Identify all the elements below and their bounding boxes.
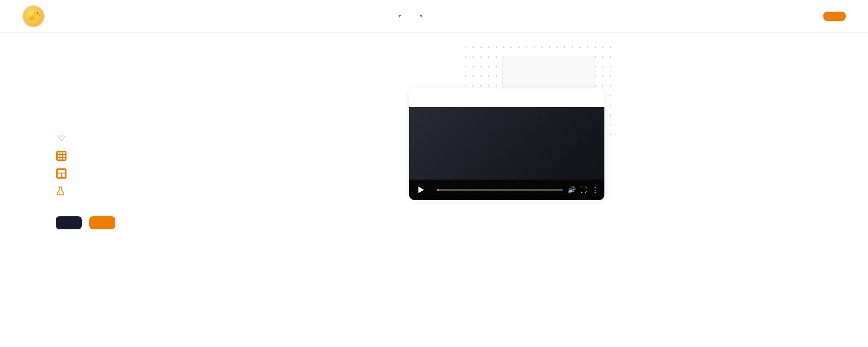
dot — [480, 47, 482, 48]
dot — [496, 47, 497, 48]
dot — [480, 85, 482, 87]
nav-developers[interactable] — [450, 13, 463, 20]
header-actions — [803, 12, 846, 21]
dot — [488, 66, 489, 67]
nav-explore[interactable]: ▾ — [411, 9, 429, 23]
dot — [564, 47, 565, 48]
dot — [496, 56, 497, 58]
dot-card-overlay — [502, 56, 595, 93]
dot — [472, 75, 474, 77]
dot — [496, 66, 497, 67]
dot — [610, 75, 611, 77]
dot — [549, 47, 550, 48]
layout-icon — [56, 168, 67, 179]
dot — [602, 47, 603, 48]
dot — [610, 56, 611, 58]
dot — [488, 75, 489, 77]
chevron-down-icon: ▾ — [420, 13, 423, 19]
svg-point-7 — [61, 192, 61, 192]
dot — [610, 66, 611, 67]
progress-bar[interactable] — [437, 189, 563, 191]
dot — [602, 75, 603, 77]
dot — [610, 124, 611, 125]
dot — [488, 56, 489, 58]
dot — [503, 47, 504, 48]
chevron-down-icon: ▾ — [398, 13, 401, 19]
svg-point-2 — [37, 12, 38, 13]
dot — [465, 66, 466, 67]
dot — [572, 47, 573, 48]
dot — [610, 47, 611, 48]
dot — [488, 47, 489, 48]
dot — [579, 47, 581, 48]
dot — [472, 66, 474, 67]
dot — [465, 47, 466, 48]
hero-title — [56, 79, 381, 116]
dot — [465, 85, 466, 87]
flask-icon — [56, 186, 65, 196]
dot — [610, 105, 611, 106]
signin-button[interactable] — [803, 13, 818, 20]
dot — [496, 75, 497, 77]
svg-point-1 — [33, 10, 40, 17]
video-card: 🔊 ⛶ ⋮ — [409, 88, 604, 200]
dot — [510, 47, 512, 48]
dot — [526, 47, 527, 48]
features-list: ♡ — [56, 133, 381, 196]
dot — [472, 56, 474, 58]
header: ▾ ▾ — [0, 0, 868, 33]
dot — [610, 95, 611, 96]
dot — [465, 56, 466, 58]
nav-pricing[interactable] — [433, 13, 446, 20]
hero-right: // We'll generate dots inline const dg =… — [409, 60, 604, 200]
grid-icon — [56, 150, 67, 161]
volume-icon[interactable]: 🔊 — [568, 186, 576, 194]
video-controls: 🔊 ⛶ ⋮ — [409, 180, 604, 200]
dot — [610, 133, 611, 135]
dot — [518, 47, 520, 48]
dot — [480, 56, 482, 58]
play-button[interactable] — [415, 183, 428, 196]
dot — [557, 47, 558, 48]
dot — [496, 85, 497, 87]
play-icon — [418, 187, 424, 193]
dot — [587, 47, 588, 48]
get-started-button[interactable] — [56, 216, 82, 229]
svg-point-3 — [38, 13, 38, 13]
logo[interactable] — [22, 5, 49, 27]
progress-fill — [437, 189, 439, 191]
dot — [602, 85, 603, 87]
dot — [488, 85, 489, 87]
feature-item-clone — [56, 168, 381, 179]
heart-icon: ♡ — [56, 133, 67, 144]
video-frame — [409, 107, 604, 180]
cta-buttons — [56, 216, 381, 229]
video-card-header — [409, 88, 604, 107]
nav-create[interactable]: ▾ — [390, 9, 408, 23]
main-nav: ▾ ▾ — [390, 9, 463, 23]
fullscreen-icon[interactable]: ⛶ — [580, 186, 587, 194]
dot — [610, 114, 611, 116]
dot — [610, 85, 611, 87]
signup-button[interactable] — [823, 12, 846, 21]
dot — [480, 75, 482, 77]
svg-point-6 — [59, 193, 60, 194]
feature-item-community — [56, 186, 381, 196]
dot — [602, 66, 603, 67]
more-options-icon[interactable]: ⋮ — [591, 186, 599, 194]
dot — [595, 56, 596, 58]
dot — [602, 56, 603, 58]
talk-to-sales-button[interactable] — [89, 216, 115, 229]
logo-duck-icon — [22, 5, 45, 27]
main-content: ♡ — [0, 33, 868, 347]
dot — [472, 85, 474, 87]
dot — [595, 47, 596, 48]
dot — [534, 47, 535, 48]
feature-item-voiceovers: ♡ — [56, 133, 381, 144]
video-player: 🔊 ⛶ ⋮ — [409, 107, 604, 200]
dot — [465, 75, 466, 77]
dot — [472, 47, 474, 48]
dot — [480, 66, 482, 67]
hero-left: ♡ — [56, 60, 381, 229]
feature-item-apis — [56, 150, 381, 161]
